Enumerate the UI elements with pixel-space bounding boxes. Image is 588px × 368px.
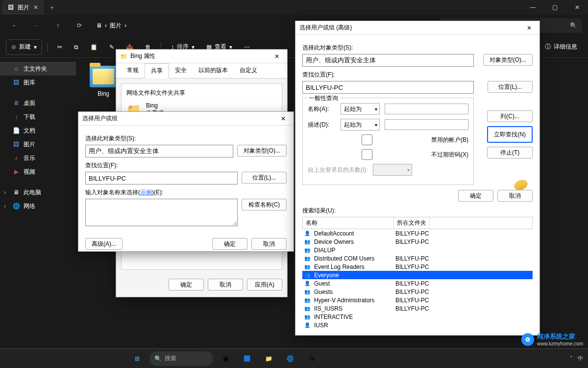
taskbar-app-edge[interactable]: 🌀 — [281, 351, 299, 367]
up-button[interactable]: ↑ — [49, 18, 67, 33]
stop-button[interactable]: 停止(T) — [487, 147, 533, 158]
check-names-button[interactable]: 检查名称(C) — [242, 199, 287, 210]
new-tab-button[interactable]: ＋ — [44, 3, 60, 12]
chevron-right-icon[interactable]: › — [4, 203, 6, 210]
tab-security[interactable]: 安全 — [169, 63, 193, 78]
new-button[interactable]: ⊕ 新建 ▾ — [6, 39, 42, 55]
result-row[interactable]: 👥Hyper-V AdministratorsBILLYFU-PC — [302, 296, 533, 304]
non-expiring-checkbox[interactable] — [308, 149, 426, 160]
result-row[interactable]: 👥Event Log ReadersBILLYFU-PC — [302, 263, 533, 271]
tab-general[interactable]: 常规 — [121, 63, 145, 78]
dialog-titlebar[interactable]: 选择用户或组 ✕ — [78, 112, 294, 126]
copy-button[interactable]: ⧉ — [69, 39, 83, 55]
breadcrumb-item[interactable]: 图片 — [110, 22, 122, 30]
taskbar-app[interactable]: 🟦 — [238, 351, 256, 367]
columns-button[interactable]: 列(C)... — [487, 110, 533, 122]
tab-previous-versions[interactable]: 以前的版本 — [193, 63, 234, 78]
close-button[interactable]: ✕ — [566, 0, 588, 15]
tab-sharing[interactable]: 共享 — [145, 63, 169, 79]
taskbar-search[interactable]: 🔍搜索 — [149, 351, 213, 366]
result-row[interactable]: 👥Device OwnersBILLYFU-PC — [302, 237, 533, 246]
close-icon[interactable]: ✕ — [277, 115, 290, 122]
user-icon: 👤 — [304, 231, 312, 236]
find-now-button[interactable]: 立即查找(N) — [487, 126, 533, 143]
result-row[interactable]: 👥INTERACTIVE — [302, 313, 533, 321]
sidebar-item-documents[interactable]: 📄文档 — [0, 124, 76, 137]
ok-button[interactable]: 确定 — [212, 238, 247, 250]
result-folder: BILLYFU-PC — [395, 280, 429, 287]
dialog-titlebar[interactable]: 选择用户或组 (高级) ✕ — [295, 21, 539, 35]
search-icon: 🔍 — [154, 355, 162, 362]
sidebar-item-network[interactable]: ›🌐网络 — [0, 199, 76, 213]
apply-button[interactable]: 应用(A) — [247, 279, 282, 290]
tab-customize[interactable]: 自定义 — [234, 63, 263, 78]
result-row[interactable]: 👤GuestBILLYFU-PC — [302, 279, 533, 288]
ime-indicator[interactable]: 中 — [578, 355, 583, 362]
description-match-combo[interactable]: 起始为 — [341, 119, 380, 131]
forward-button[interactable]: → — [27, 18, 45, 33]
result-row[interactable]: 👥DIALUP — [302, 246, 533, 254]
column-header-folder[interactable]: 所在文件夹 — [394, 217, 430, 229]
sidebar-item-gallery[interactable]: 🖼图库 — [0, 76, 76, 89]
maximize-button[interactable]: ▢ — [544, 0, 566, 15]
ok-button[interactable]: 确定 — [458, 190, 493, 202]
paste-button[interactable]: 📋 — [85, 39, 102, 55]
column-header-name[interactable]: 名称 — [303, 217, 394, 229]
system-tray[interactable]: ˄ 中 — [570, 355, 583, 362]
dialog-titlebar[interactable]: 📁 Bing 属性 ✕ — [116, 50, 287, 63]
disabled-accounts-checkbox[interactable] — [308, 134, 426, 145]
taskbar-app-explorer[interactable]: 📁 — [259, 351, 278, 367]
sidebar-item-downloads[interactable]: ↓下载 — [0, 110, 76, 124]
details-button[interactable]: ⓘ 详细信息 — [540, 39, 582, 55]
result-row[interactable]: 👥IIS_IUSRSBILLYFU-PC — [302, 304, 533, 313]
object-names-textarea[interactable] — [85, 199, 238, 226]
result-row[interactable]: 👤IUSR — [302, 321, 533, 329]
close-icon[interactable]: ✕ — [270, 53, 283, 60]
result-row[interactable]: 👥Everyone — [302, 271, 533, 279]
sidebar-item-music[interactable]: ♪音乐 — [0, 151, 76, 165]
explorer-tab[interactable]: 🖼 图片 ✕ — [2, 0, 44, 15]
close-icon[interactable]: ✕ — [523, 25, 536, 31]
ok-button[interactable]: 确定 — [169, 279, 204, 290]
object-type-input[interactable] — [302, 54, 474, 67]
minimize-button[interactable]: — — [522, 0, 544, 15]
result-row[interactable]: 👥GuestsBILLYFU-PC — [302, 288, 533, 296]
locations-button[interactable]: 位置(L)... — [242, 172, 287, 184]
results-header[interactable]: 名称 所在文件夹 — [302, 217, 533, 229]
cancel-button[interactable]: 取消 — [497, 190, 533, 202]
cut-button[interactable]: ✂ — [52, 39, 67, 55]
sidebar-item-this-pc[interactable]: ›🖥此电脑 — [0, 185, 76, 199]
result-row[interactable]: 👥Distributed COM UsersBILLYFU-PC — [302, 254, 533, 263]
chevron-up-icon[interactable]: ˄ — [570, 355, 573, 362]
sidebar-item-desktop[interactable]: 🖥桌面 — [0, 96, 76, 110]
advanced-button[interactable]: 高级(A)... — [85, 238, 122, 250]
result-name: IUSR — [314, 322, 395, 329]
object-type-input[interactable] — [85, 145, 233, 158]
results-body[interactable]: 👤DefaultAccountBILLYFU-PC👥Device OwnersB… — [302, 229, 533, 329]
group-icon: 👥 — [304, 239, 312, 244]
sidebar-item-pictures[interactable]: 🖼图片 — [0, 137, 76, 151]
description-input[interactable] — [385, 119, 468, 130]
refresh-button[interactable]: ⟳ — [71, 18, 88, 33]
name-input[interactable] — [385, 104, 468, 114]
location-input[interactable] — [302, 81, 474, 94]
cancel-button[interactable]: 取消 — [208, 279, 243, 290]
cancel-button[interactable]: 取消 — [251, 238, 287, 250]
name-match-combo[interactable]: 起始为 — [341, 103, 380, 115]
task-view-button[interactable]: ▣ — [216, 351, 235, 367]
result-row[interactable]: 👤DefaultAccountBILLYFU-PC — [302, 229, 533, 237]
object-types-button[interactable]: 对象类型(O)... — [483, 54, 533, 66]
disabled-accounts-label: 禁用的帐户(B) — [431, 136, 468, 144]
start-button[interactable]: ⊞ — [128, 351, 147, 367]
locations-button[interactable]: 位置(L)... — [488, 81, 533, 93]
chevron-right-icon[interactable]: › — [4, 189, 6, 196]
sidebar-item-videos[interactable]: ▶视频 — [0, 165, 76, 179]
back-button[interactable]: ← — [6, 18, 24, 33]
example-link[interactable]: 示例 — [140, 189, 152, 196]
object-types-button[interactable]: 对象类型(O)... — [237, 145, 287, 157]
sidebar-item-home[interactable]: ⌂主文件夹 — [0, 62, 76, 76]
select-user-group-dialog: 选择用户或组 ✕ 选择此对象类型(S): 对象类型(O)... 查找位置(F):… — [78, 111, 294, 252]
taskbar-app-store[interactable]: 🛍 — [302, 351, 321, 367]
close-tab-icon[interactable]: ✕ — [33, 4, 38, 11]
location-input[interactable] — [85, 172, 238, 184]
